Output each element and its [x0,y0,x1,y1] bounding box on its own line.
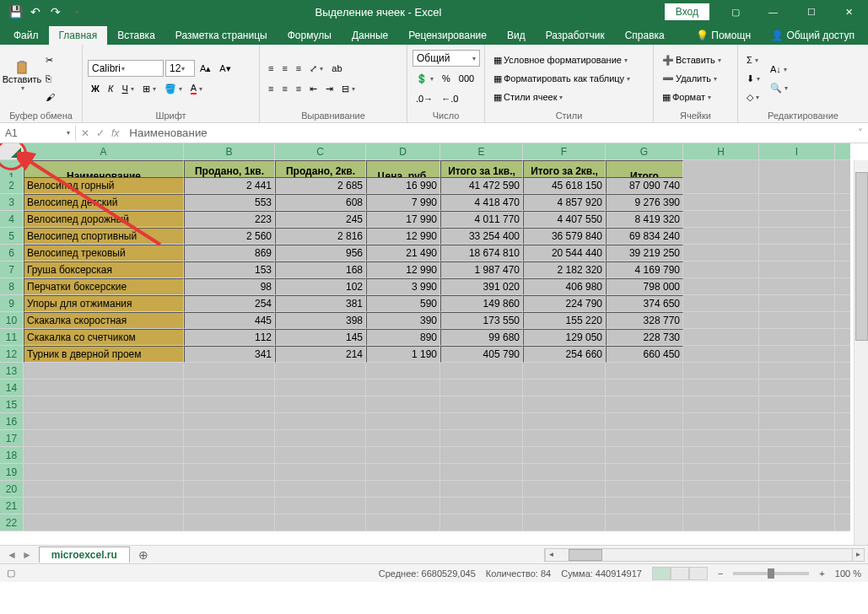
name-cell[interactable]: Велосипед спортивный [24,228,184,245]
empty-cell[interactable] [683,278,759,295]
cancel-formula-icon[interactable]: ✕ [81,127,89,139]
empty-cell[interactable] [440,498,523,514]
empty-cell[interactable] [440,430,523,447]
column-header[interactable]: E [440,143,523,160]
row-header[interactable]: 13 [0,363,24,380]
empty-cell[interactable] [835,228,850,245]
name-cell[interactable]: Велосипед трековый [24,245,184,261]
tab-layout[interactable]: Разметка страницы [165,26,278,45]
empty-cell[interactable] [606,430,683,447]
value-cell[interactable]: 254 [184,295,275,312]
value-cell[interactable]: 374 650 [606,295,683,312]
tab-data[interactable]: Данные [342,26,398,45]
empty-cell[interactable] [835,413,850,430]
empty-cell[interactable] [835,194,850,211]
value-cell[interactable]: 390 [366,312,440,329]
empty-cell[interactable] [683,346,759,363]
name-box[interactable]: A1▾ [0,126,76,141]
value-cell[interactable]: 798 000 [606,278,683,295]
delete-cells-button[interactable]: ➖ Удалить▾ [659,70,732,87]
row-header[interactable]: 15 [0,396,24,413]
italic-button[interactable]: К [105,80,116,97]
empty-cell[interactable] [683,413,759,430]
empty-cell[interactable] [683,464,759,481]
empty-cell[interactable] [759,211,835,228]
value-cell[interactable]: 145 [275,329,366,346]
empty-cell[interactable] [606,363,683,380]
tab-developer[interactable]: Разработчик [536,26,615,45]
empty-cell[interactable] [606,447,683,464]
empty-cell[interactable] [759,278,835,295]
column-header[interactable]: G [606,143,683,160]
empty-cell[interactable] [683,312,759,329]
font-color-button[interactable]: A▾ [187,80,206,97]
expand-formula-icon[interactable]: ˅ [853,127,868,139]
value-cell[interactable]: 102 [275,278,366,295]
copy-button[interactable]: ⎘ [42,70,58,87]
empty-cell[interactable] [835,514,850,531]
empty-cell[interactable] [24,396,184,413]
empty-cell[interactable] [366,464,440,481]
orientation-button[interactable]: ⤢▾ [306,60,326,77]
row-header[interactable]: 12 [0,346,24,363]
zoom-level[interactable]: 100 % [835,568,861,579]
empty-cell[interactable] [835,211,850,228]
value-cell[interactable]: 406 980 [523,278,606,295]
empty-cell[interactable] [440,396,523,413]
empty-cell[interactable] [523,380,606,396]
empty-cell[interactable] [275,481,366,498]
empty-cell[interactable] [184,413,275,430]
row-header[interactable]: 14 [0,380,24,396]
empty-cell[interactable] [835,295,850,312]
row-header[interactable]: 21 [0,498,24,514]
add-sheet-button[interactable]: ⊕ [130,548,157,562]
number-format-select[interactable]: Общий▾ [412,50,480,67]
increase-font-button[interactable]: A▴ [197,60,214,77]
decrease-font-button[interactable]: A▾ [216,60,234,77]
value-cell[interactable]: 245 [275,211,366,228]
empty-cell[interactable] [523,481,606,498]
empty-cell[interactable] [683,380,759,396]
value-cell[interactable]: 1 190 [366,346,440,363]
empty-cell[interactable] [683,245,759,261]
empty-cell[interactable] [24,430,184,447]
empty-cell[interactable] [759,261,835,278]
undo-icon[interactable]: ↶ [29,5,42,19]
value-cell[interactable]: 1 987 470 [440,261,523,278]
value-cell[interactable]: 12 990 [366,228,440,245]
value-cell[interactable]: 341 [184,346,275,363]
enter-formula-icon[interactable]: ✓ [96,127,105,139]
row-header[interactable]: 10 [0,312,24,329]
empty-cell[interactable] [759,396,835,413]
value-cell[interactable]: 12 990 [366,261,440,278]
percent-button[interactable]: % [439,70,454,87]
empty-cell[interactable] [835,346,850,363]
name-cell[interactable]: Груша боксерская [24,261,184,278]
empty-cell[interactable] [523,464,606,481]
empty-cell[interactable] [759,312,835,329]
empty-cell[interactable] [606,464,683,481]
column-header[interactable]: C [275,143,366,160]
value-cell[interactable]: 4 407 550 [523,211,606,228]
empty-cell[interactable] [275,396,366,413]
empty-cell[interactable] [366,447,440,464]
empty-cell[interactable] [835,312,850,329]
qat-dropdown-icon[interactable]: ▾ [70,5,84,19]
empty-cell[interactable] [275,430,366,447]
empty-cell[interactable] [683,514,759,531]
empty-cell[interactable] [683,329,759,346]
formula-input[interactable] [124,125,853,141]
empty-cell[interactable] [835,245,850,261]
borders-button[interactable]: ⊞▾ [139,80,159,97]
empty-cell[interactable] [366,396,440,413]
empty-cell[interactable] [275,447,366,464]
empty-cell[interactable] [683,363,759,380]
name-cell[interactable]: Турник в дверной проем [24,346,184,363]
zoom-slider[interactable] [733,572,809,575]
value-cell[interactable]: 45 618 150 [523,177,606,194]
empty-cell[interactable] [366,430,440,447]
row-header[interactable]: 17 [0,430,24,447]
empty-cell[interactable] [683,481,759,498]
align-bottom-button[interactable]: ≡ [293,60,305,77]
empty-cell[interactable] [184,447,275,464]
